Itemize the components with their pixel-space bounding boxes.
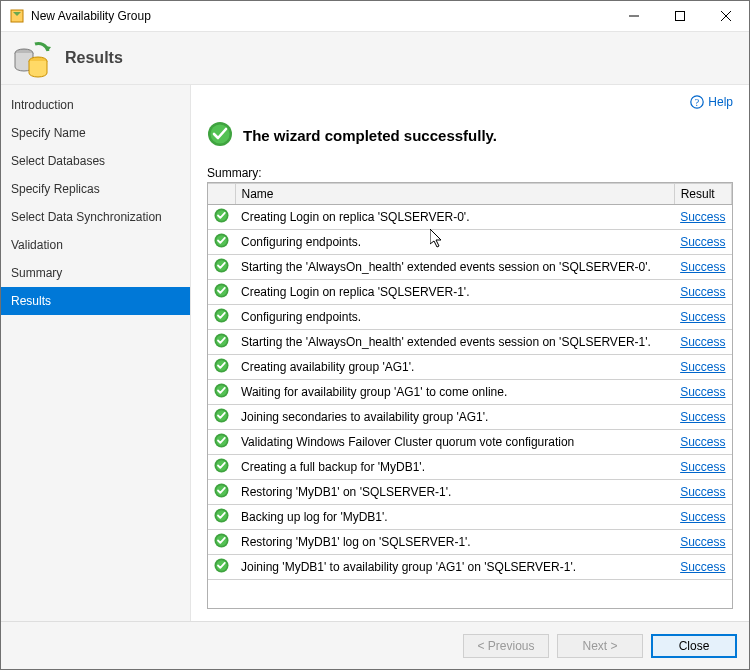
result-link[interactable]: Success bbox=[680, 435, 725, 449]
row-name: Creating Login on replica 'SQLSERVER-1'. bbox=[235, 280, 674, 305]
main-panel: ? Help The wizard completed successfully… bbox=[191, 85, 749, 621]
row-success-icon bbox=[208, 305, 235, 330]
svg-text:?: ? bbox=[695, 97, 700, 108]
sidebar-item-specify-replicas[interactable]: Specify Replicas bbox=[1, 175, 190, 203]
row-result: Success bbox=[674, 255, 731, 280]
table-row: Configuring endpoints.Success bbox=[208, 305, 732, 330]
table-row: Restoring 'MyDB1' log on 'SQLSERVER-1'.S… bbox=[208, 530, 732, 555]
result-link[interactable]: Success bbox=[680, 410, 725, 424]
minimize-button[interactable] bbox=[611, 1, 657, 31]
row-success-icon bbox=[208, 255, 235, 280]
database-refresh-icon bbox=[11, 39, 49, 77]
row-result: Success bbox=[674, 355, 731, 380]
sidebar-item-results[interactable]: Results bbox=[1, 287, 190, 315]
table-row: Waiting for availability group 'AG1' to … bbox=[208, 380, 732, 405]
result-link[interactable]: Success bbox=[680, 260, 725, 274]
status-row: The wizard completed successfully. bbox=[207, 121, 733, 150]
result-link[interactable]: Success bbox=[680, 485, 725, 499]
row-result: Success bbox=[674, 205, 731, 230]
row-result: Success bbox=[674, 430, 731, 455]
next-button: Next > bbox=[557, 634, 643, 658]
table-row: Creating a full backup for 'MyDB1'.Succe… bbox=[208, 455, 732, 480]
result-link[interactable]: Success bbox=[680, 335, 725, 349]
sidebar-item-validation[interactable]: Validation bbox=[1, 231, 190, 259]
row-success-icon bbox=[208, 430, 235, 455]
row-success-icon bbox=[208, 505, 235, 530]
row-name: Starting the 'AlwaysOn_health' extended … bbox=[235, 255, 674, 280]
result-link[interactable]: Success bbox=[680, 460, 725, 474]
wizard-body: IntroductionSpecify NameSelect Databases… bbox=[1, 85, 749, 621]
status-message: The wizard completed successfully. bbox=[243, 127, 497, 144]
sidebar-item-select-databases[interactable]: Select Databases bbox=[1, 147, 190, 175]
row-success-icon bbox=[208, 380, 235, 405]
help-icon: ? bbox=[690, 95, 704, 109]
result-link[interactable]: Success bbox=[680, 285, 725, 299]
wizard-header: Results bbox=[1, 31, 749, 85]
row-result: Success bbox=[674, 455, 731, 480]
app-icon bbox=[9, 8, 25, 24]
row-result: Success bbox=[674, 505, 731, 530]
table-row: Joining secondaries to availability grou… bbox=[208, 405, 732, 430]
result-link[interactable]: Success bbox=[680, 235, 725, 249]
summary-label: Summary: bbox=[207, 166, 733, 180]
row-name: Creating availability group 'AG1'. bbox=[235, 355, 674, 380]
col-status-icon bbox=[208, 184, 235, 205]
row-success-icon bbox=[208, 405, 235, 430]
row-name: Restoring 'MyDB1' log on 'SQLSERVER-1'. bbox=[235, 530, 674, 555]
result-link[interactable]: Success bbox=[680, 310, 725, 324]
result-link[interactable]: Success bbox=[680, 510, 725, 524]
row-result: Success bbox=[674, 530, 731, 555]
success-icon bbox=[207, 121, 233, 150]
wizard-steps-sidebar: IntroductionSpecify NameSelect Databases… bbox=[1, 85, 191, 621]
table-row: Starting the 'AlwaysOn_health' extended … bbox=[208, 255, 732, 280]
sidebar-item-select-data-synchronization[interactable]: Select Data Synchronization bbox=[1, 203, 190, 231]
col-name[interactable]: Name bbox=[235, 184, 674, 205]
row-success-icon bbox=[208, 455, 235, 480]
help-label: Help bbox=[708, 95, 733, 109]
row-result: Success bbox=[674, 280, 731, 305]
previous-button: < Previous bbox=[463, 634, 549, 658]
page-title: Results bbox=[65, 49, 123, 67]
row-result: Success bbox=[674, 480, 731, 505]
help-link[interactable]: ? Help bbox=[207, 95, 733, 117]
table-row: Creating Login on replica 'SQLSERVER-0'.… bbox=[208, 205, 732, 230]
table-row: Configuring endpoints.Success bbox=[208, 230, 732, 255]
dialog-window: New Availability Group Result bbox=[0, 0, 750, 670]
row-success-icon bbox=[208, 355, 235, 380]
row-name: Restoring 'MyDB1' on 'SQLSERVER-1'. bbox=[235, 480, 674, 505]
table-row: Joining 'MyDB1' to availability group 'A… bbox=[208, 555, 732, 580]
row-name: Backing up log for 'MyDB1'. bbox=[235, 505, 674, 530]
maximize-button[interactable] bbox=[657, 1, 703, 31]
table-row: Starting the 'AlwaysOn_health' extended … bbox=[208, 330, 732, 355]
row-success-icon bbox=[208, 280, 235, 305]
row-success-icon bbox=[208, 480, 235, 505]
result-link[interactable]: Success bbox=[680, 385, 725, 399]
row-result: Success bbox=[674, 305, 731, 330]
result-link[interactable]: Success bbox=[680, 360, 725, 374]
row-name: Joining secondaries to availability grou… bbox=[235, 405, 674, 430]
close-dialog-button[interactable]: Close bbox=[651, 634, 737, 658]
table-row: Backing up log for 'MyDB1'.Success bbox=[208, 505, 732, 530]
col-result[interactable]: Result bbox=[674, 184, 731, 205]
result-link[interactable]: Success bbox=[680, 210, 725, 224]
row-success-icon bbox=[208, 230, 235, 255]
table-row: Creating availability group 'AG1'.Succes… bbox=[208, 355, 732, 380]
result-link[interactable]: Success bbox=[680, 535, 725, 549]
results-grid[interactable]: Name Result Creating Login on replica 'S… bbox=[207, 182, 733, 609]
sidebar-item-summary[interactable]: Summary bbox=[1, 259, 190, 287]
row-name: Joining 'MyDB1' to availability group 'A… bbox=[235, 555, 674, 580]
row-result: Success bbox=[674, 380, 731, 405]
wizard-footer: < Previous Next > Close bbox=[1, 621, 749, 669]
row-success-icon bbox=[208, 555, 235, 580]
table-row: Creating Login on replica 'SQLSERVER-1'.… bbox=[208, 280, 732, 305]
result-link[interactable]: Success bbox=[680, 560, 725, 574]
close-button[interactable] bbox=[703, 1, 749, 31]
row-name: Starting the 'AlwaysOn_health' extended … bbox=[235, 330, 674, 355]
row-name: Validating Windows Failover Cluster quor… bbox=[235, 430, 674, 455]
row-name: Configuring endpoints. bbox=[235, 230, 674, 255]
row-success-icon bbox=[208, 205, 235, 230]
sidebar-item-introduction[interactable]: Introduction bbox=[1, 91, 190, 119]
row-result: Success bbox=[674, 405, 731, 430]
sidebar-item-specify-name[interactable]: Specify Name bbox=[1, 119, 190, 147]
table-row: Restoring 'MyDB1' on 'SQLSERVER-1'.Succe… bbox=[208, 480, 732, 505]
